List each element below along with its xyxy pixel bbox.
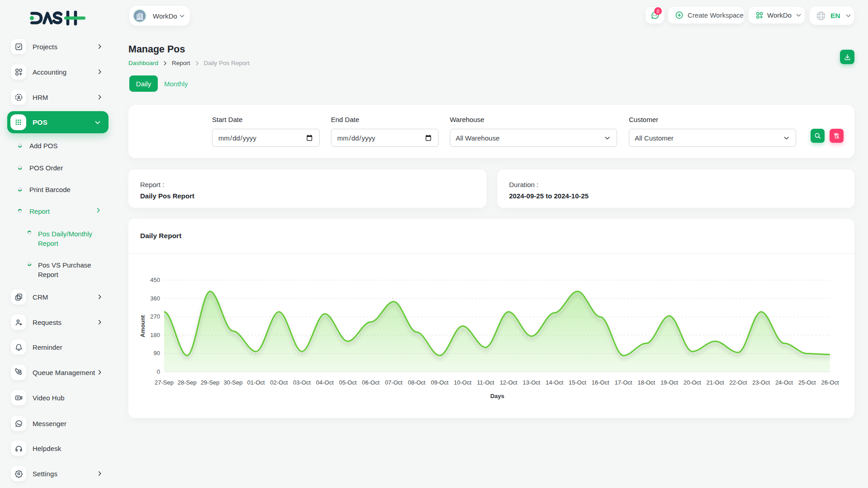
svg-text:0: 0 <box>157 368 160 375</box>
svg-text:90: 90 <box>154 350 160 357</box>
svg-text:11-Oct: 11-Oct <box>477 379 494 386</box>
svg-text:20-Oct: 20-Oct <box>684 379 701 386</box>
svg-text:28-Sep: 28-Sep <box>178 379 197 386</box>
svg-text:29-Sep: 29-Sep <box>201 379 220 386</box>
svg-text:12-Oct: 12-Oct <box>500 379 517 386</box>
svg-text:22-Oct: 22-Oct <box>729 379 747 386</box>
svg-text:180: 180 <box>150 332 160 338</box>
svg-text:17-Oct: 17-Oct <box>614 379 632 386</box>
svg-text:19-Oct: 19-Oct <box>660 379 678 386</box>
svg-text:270: 270 <box>150 313 160 320</box>
svg-text:14-Oct: 14-Oct <box>546 379 563 386</box>
svg-text:27-Sep: 27-Sep <box>155 379 174 386</box>
svg-text:26-Oct: 26-Oct <box>821 379 839 386</box>
svg-text:10-Oct: 10-Oct <box>454 379 472 386</box>
svg-text:04-Oct: 04-Oct <box>316 379 334 386</box>
svg-text:24-Oct: 24-Oct <box>775 379 793 386</box>
svg-text:03-Oct: 03-Oct <box>293 379 311 386</box>
svg-text:30-Sep: 30-Sep <box>223 379 242 386</box>
svg-text:08-Oct: 08-Oct <box>408 379 425 386</box>
svg-text:25-Oct: 25-Oct <box>798 379 816 386</box>
svg-text:05-Oct: 05-Oct <box>339 379 357 386</box>
svg-text:Amount: Amount <box>139 315 146 338</box>
svg-text:02-Oct: 02-Oct <box>270 379 288 386</box>
svg-text:15-Oct: 15-Oct <box>569 379 586 386</box>
svg-text:09-Oct: 09-Oct <box>431 379 448 386</box>
svg-text:23-Oct: 23-Oct <box>752 379 770 386</box>
svg-text:21-Oct: 21-Oct <box>706 379 724 386</box>
svg-text:18-Oct: 18-Oct <box>637 379 655 386</box>
svg-text:Days: Days <box>490 393 504 399</box>
svg-text:07-Oct: 07-Oct <box>385 379 402 386</box>
svg-text:450: 450 <box>150 277 160 283</box>
svg-text:01-Oct: 01-Oct <box>247 379 265 386</box>
svg-text:16-Oct: 16-Oct <box>592 379 609 386</box>
svg-text:13-Oct: 13-Oct <box>523 379 540 386</box>
svg-text:360: 360 <box>150 295 160 302</box>
svg-text:06-Oct: 06-Oct <box>362 379 380 386</box>
